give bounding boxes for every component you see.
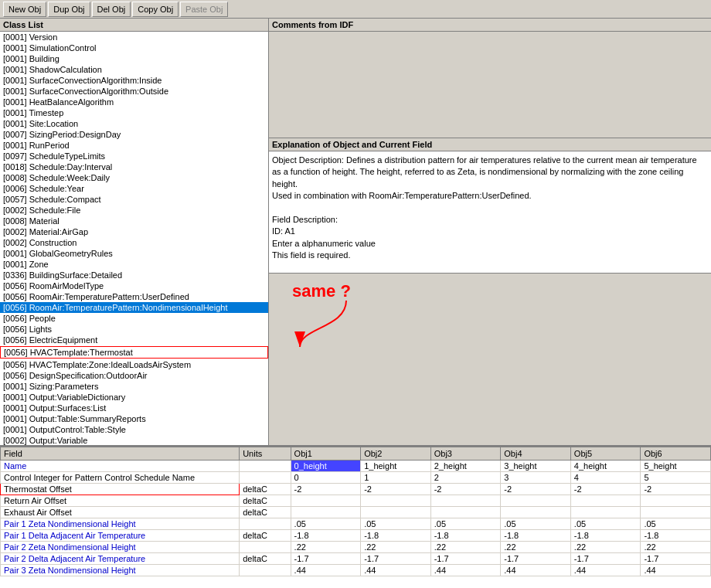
list-item[interactable]: [0001] Building	[0, 53, 268, 64]
table-row[interactable]: Thermostat OffsetdeltaC-2-2-2-2-2-2	[1, 484, 711, 495]
list-item[interactable]: [0056] RoomAirModelType	[0, 280, 268, 291]
del-obj-button[interactable]: Del Obj	[92, 2, 131, 17]
list-item[interactable]: [0001] HeatBalanceAlgorithm	[0, 97, 268, 107]
list-item[interactable]: [0001] Version	[0, 32, 268, 42]
table-cell[interactable]: .44	[641, 565, 711, 576]
table-row[interactable]: Name0_height1_height2_height3_height4_he…	[1, 461, 711, 472]
table-row[interactable]: Pair 1 Zeta Nondimensional Height.05.05.…	[1, 518, 711, 530]
table-cell[interactable]	[430, 495, 501, 507]
list-item[interactable]: [0018] Schedule:Day:Interval	[0, 161, 268, 172]
list-item[interactable]: [0056] Lights	[0, 324, 268, 335]
table-row[interactable]: Control Integer for Pattern Control Sche…	[1, 472, 711, 484]
list-item[interactable]: [0001] Output:Surfaces:List	[0, 403, 268, 413]
list-item[interactable]: [0056] DesignSpecification:OutdoorAir	[0, 370, 268, 381]
list-item[interactable]: [0006] Schedule:Year	[0, 183, 268, 194]
table-cell[interactable]: 3_height	[501, 461, 571, 472]
list-item[interactable]: [0001] GlobalGeometryRules	[0, 248, 268, 259]
table-cell[interactable]: .44	[361, 565, 431, 576]
table-cell[interactable]: 1	[361, 472, 431, 484]
table-cell[interactable]: .22	[361, 542, 431, 553]
table-cell[interactable]: 0	[291, 472, 361, 484]
list-item[interactable]: [0056] People	[0, 313, 268, 324]
table-cell[interactable]: .05	[570, 518, 641, 530]
table-cell[interactable]: -1.8	[291, 530, 361, 542]
table-cell[interactable]: 0_height	[291, 461, 361, 472]
table-cell[interactable]: -1.7	[641, 553, 711, 565]
table-cell[interactable]: -2	[501, 484, 571, 495]
table-cell[interactable]	[361, 495, 431, 507]
table-row[interactable]: Pair 1 Delta Adjacent Air Temperaturedel…	[1, 530, 711, 542]
list-item[interactable]: [0001] OutputControl:Table:Style	[0, 424, 268, 435]
list-item[interactable]: [0056] ElectricEquipment	[0, 335, 268, 345]
table-cell[interactable]: .44	[291, 565, 361, 576]
table-cell[interactable]	[570, 507, 641, 518]
dup-obj-button[interactable]: Dup Obj	[48, 2, 90, 17]
table-cell[interactable]: -2	[570, 484, 641, 495]
table-cell[interactable]: -2	[641, 484, 711, 495]
table-cell[interactable]: 5_height	[641, 461, 711, 472]
table-cell[interactable]: .44	[501, 565, 571, 576]
table-cell[interactable]: 5	[641, 472, 711, 484]
table-cell[interactable]: .05	[291, 518, 361, 530]
list-item[interactable]: [0056] RoomAir:TemperaturePattern:Nondim…	[0, 302, 268, 313]
table-cell[interactable]	[641, 507, 711, 518]
list-item[interactable]: [0001] Zone	[0, 259, 268, 270]
table-cell[interactable]: -1.7	[291, 553, 361, 565]
list-item[interactable]: [0001] SurfaceConvectionAlgorithm:Outsid…	[0, 86, 268, 97]
table-cell[interactable]: 2	[430, 472, 501, 484]
table-row[interactable]: Exhaust Air OffsetdeltaC	[1, 507, 711, 518]
list-item[interactable]: [0001] Timestep	[0, 107, 268, 118]
list-item[interactable]: [0056] HVACTemplate:Thermostat	[0, 346, 268, 359]
table-cell[interactable]: .22	[291, 542, 361, 553]
list-item[interactable]: [0001] Site:Location	[0, 118, 268, 129]
table-cell[interactable]: -1.8	[361, 530, 431, 542]
table-cell[interactable]: .22	[570, 542, 641, 553]
table-row[interactable]: Pair 3 Zeta Nondimensional Height.44.44.…	[1, 565, 711, 576]
list-item[interactable]: [0056] HVACTemplate:Zone:IdealLoadsAirSy…	[0, 359, 268, 370]
list-item[interactable]: [0002] Construction	[0, 237, 268, 248]
table-cell[interactable]: .44	[430, 565, 501, 576]
table-cell[interactable]: .05	[641, 518, 711, 530]
table-cell[interactable]: 4_height	[570, 461, 641, 472]
table-row[interactable]: Pair 2 Zeta Nondimensional Height.22.22.…	[1, 542, 711, 553]
table-cell[interactable]: -1.8	[641, 530, 711, 542]
new-obj-button[interactable]: New Obj	[3, 2, 46, 17]
list-item[interactable]: [0002] Schedule:File	[0, 205, 268, 216]
list-item[interactable]: [0001] ShadowCalculation	[0, 64, 268, 75]
table-cell[interactable]: .44	[570, 565, 641, 576]
table-cell[interactable]: .05	[361, 518, 431, 530]
table-cell[interactable]: -1.7	[361, 553, 431, 565]
list-item[interactable]: [0001] Output:Table:SummaryReports	[0, 413, 268, 424]
list-item[interactable]: [0008] Schedule:Week:Daily	[0, 172, 268, 183]
copy-obj-button[interactable]: Copy Obj	[132, 2, 179, 17]
list-item[interactable]: [0008] Material	[0, 216, 268, 226]
table-cell[interactable]	[501, 507, 571, 518]
table-row[interactable]: Return Air OffsetdeltaC	[1, 495, 711, 507]
class-list[interactable]: [0001] Version[0001] SimulationControl[0…	[0, 32, 268, 445]
list-item[interactable]: [0002] Material:AirGap	[0, 226, 268, 237]
table-cell[interactable]: .22	[641, 542, 711, 553]
table-cell[interactable]: -2	[430, 484, 501, 495]
table-cell[interactable]: 1_height	[361, 461, 431, 472]
table-row[interactable]: Pair 2 Delta Adjacent Air Temperaturedel…	[1, 553, 711, 565]
table-cell[interactable]: -1.7	[570, 553, 641, 565]
table-cell[interactable]	[641, 495, 711, 507]
table-cell[interactable]: .22	[501, 542, 571, 553]
table-cell[interactable]: .22	[430, 542, 501, 553]
list-item[interactable]: [0001] Sizing:Parameters	[0, 381, 268, 392]
table-cell[interactable]	[361, 507, 431, 518]
list-item[interactable]: [0001] RunPeriod	[0, 140, 268, 151]
table-cell[interactable]: -1.8	[430, 530, 501, 542]
table-cell[interactable]: -1.8	[570, 530, 641, 542]
list-item[interactable]: [0002] Output:Variable	[0, 435, 268, 445]
table-cell[interactable]	[570, 495, 641, 507]
table-cell[interactable]	[501, 495, 571, 507]
table-cell[interactable]: -1.7	[501, 553, 571, 565]
table-cell[interactable]: -2	[291, 484, 361, 495]
table-cell[interactable]: -1.7	[430, 553, 501, 565]
table-cell[interactable]: .05	[430, 518, 501, 530]
table-cell[interactable]: 3	[501, 472, 571, 484]
list-item[interactable]: [0007] SizingPeriod:DesignDay	[0, 129, 268, 140]
list-item[interactable]: [0001] SimulationControl	[0, 42, 268, 53]
table-cell[interactable]: .05	[501, 518, 571, 530]
